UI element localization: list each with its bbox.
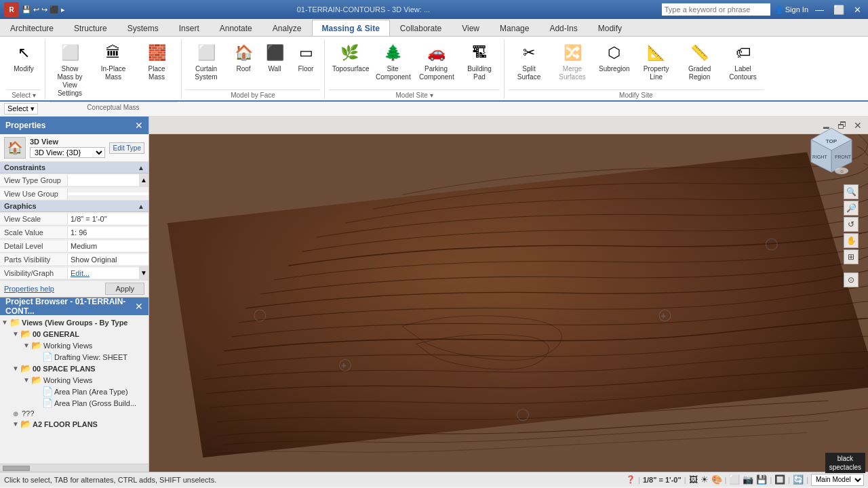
tab-systems[interactable]: Systems (117, 20, 169, 36)
tab-addins[interactable]: Add-Ins (539, 20, 587, 36)
tree-item[interactable]: ▼📂Working Views (0, 374, 149, 386)
graphics-label: Graphics (4, 202, 37, 210)
sign-in-button[interactable]: 👤 Sign In (774, 5, 808, 14)
svg-text:+: + (661, 312, 665, 320)
tab-annotate[interactable]: Annotate (210, 20, 262, 36)
tab-manage[interactable]: Manage (490, 20, 539, 36)
minimize-button[interactable]: — (812, 5, 827, 15)
edit-type-button[interactable]: Edit Type (109, 142, 144, 154)
constraints-section-header[interactable]: Constraints ▲ (0, 162, 149, 174)
save-button[interactable]: 💾 (22, 5, 31, 14)
tree-toggle[interactable]: ▼ (11, 420, 20, 428)
subregion-button[interactable]: ⬡ Subregion (595, 39, 633, 76)
site-component-button[interactable]: 🌲 Site Component (372, 39, 413, 84)
toposurface-button[interactable]: 🌿 Toposurface (329, 39, 370, 76)
sun-settings-icon[interactable]: ☀ (701, 474, 709, 485)
tree-toggle[interactable]: ▼ (0, 319, 9, 326)
tree-item[interactable]: 📄Area Plan (Area Type) (0, 386, 149, 397)
model-selection-icon[interactable]: 🔲 (774, 474, 785, 485)
building-pad-button[interactable]: 🏗 Building Pad (459, 39, 500, 84)
properties-help-link[interactable]: Properties help (4, 285, 54, 293)
tab-massing[interactable]: Massing & Site (312, 20, 390, 36)
roof-button[interactable]: 🏠 Roof (229, 39, 258, 76)
tab-analyze[interactable]: Analyze (262, 20, 312, 36)
prop-type-icon: 🏠 (4, 137, 26, 159)
curtain-system-button[interactable]: ⬜ Curtain System (186, 39, 226, 84)
browser-header: Project Browser - 01-TERRAIN-CONT... ✕ (0, 298, 149, 315)
subregion-label: Subregion (599, 65, 630, 73)
maximize-button[interactable]: ⬜ (831, 5, 847, 15)
browser-scrollbar-h[interactable] (0, 464, 149, 472)
nav-wheel-button[interactable]: ⊙ (844, 272, 859, 287)
modify-button[interactable]: ↖ Modify (7, 39, 41, 76)
zoom-out-button[interactable]: 🔎 (844, 201, 859, 216)
zoom-in-button[interactable]: 🔍 (844, 184, 859, 199)
tree-item[interactable]: 📄Area Plan (Gross Build... (0, 397, 149, 409)
search-input[interactable] (662, 3, 770, 16)
view-cube[interactable]: TOP FRONT RIGHT ⊙ (804, 125, 859, 179)
element-sync-icon[interactable]: 🔄 (793, 474, 804, 485)
nav-bar: 🔍 🔎 ↺ ✋ ⊞ ⊙ (844, 184, 859, 287)
visibility-graph-scroll[interactable]: ▼ (139, 266, 149, 279)
property-line-icon: 📐 (646, 42, 667, 64)
view-type-group-scroll[interactable]: ▲ (139, 174, 149, 186)
tree-item[interactable]: ⊕??? (0, 409, 149, 418)
main-model-dropdown[interactable]: Main Model (811, 474, 864, 486)
floor-button[interactable]: ▭ Floor (292, 39, 320, 76)
view-type-group-input[interactable] (68, 175, 139, 186)
close-window-button[interactable]: ✕ (851, 5, 864, 15)
graded-region-button[interactable]: 📏 Graded Region (679, 39, 720, 84)
place-mass-button[interactable]: 🧱 Place Mass (136, 39, 177, 84)
browser-content[interactable]: ▼📁Views (View Groups - By Type▼📂00 GENER… (0, 315, 149, 464)
viewport[interactable]: 🗕 🗗 ✕ (149, 117, 868, 472)
tree-toggle[interactable]: ▼ (11, 330, 20, 338)
property-line-button[interactable]: 📐 Property Line (636, 39, 677, 84)
title-bar-right: 👤 Sign In — ⬜ ✕ (662, 3, 864, 16)
wall-button[interactable]: ⬛ Wall (260, 39, 289, 76)
tree-item[interactable]: ▼📂00 GENERAL (0, 328, 149, 340)
tree-item[interactable]: ▼📂Working Views (0, 340, 149, 351)
revit-logo[interactable]: R (4, 2, 19, 17)
render-mode-icon[interactable]: 🎨 (711, 474, 722, 485)
tree-icon: 📄 (42, 398, 53, 408)
graphics-section-header[interactable]: Graphics ▲ (0, 201, 149, 212)
label-contours-button[interactable]: 🏷 Label Contours (723, 39, 764, 84)
inplace-mass-button[interactable]: 🏛 In-Place Mass (93, 39, 134, 84)
tree-toggle[interactable]: ▼ (11, 365, 20, 372)
show-mass-button[interactable]: ⬜ Show Mass by View Settings (50, 39, 90, 100)
parking-component-button[interactable]: 🚗 Parking Component (416, 39, 456, 84)
properties-header: Properties ✕ (0, 117, 149, 134)
tree-toggle[interactable]: ▼ (22, 342, 31, 349)
tree-item[interactable]: 📄Drafting View: SHEET (0, 351, 149, 363)
visibility-graph-value[interactable]: Edit... (68, 268, 139, 279)
redo-button[interactable]: ↪ (41, 5, 47, 14)
section-box-icon[interactable]: ⬜ (729, 474, 740, 485)
tab-collaborate[interactable]: Collaborate (390, 20, 452, 36)
apply-button[interactable]: Apply (105, 283, 144, 295)
zoom-extents-button[interactable]: ⊞ (844, 249, 859, 264)
tree-toggle[interactable]: ▼ (22, 376, 31, 384)
tree-item[interactable]: ▼📂A2 FLOOR PLANS (0, 418, 149, 430)
main-area: Properties ✕ 🏠 3D View 3D View: {3D} Edi… (0, 117, 868, 472)
tree-item[interactable]: ▼📂00 SPACE PLANS (0, 363, 149, 374)
browser-close-button[interactable]: ✕ (135, 301, 143, 312)
pan-button[interactable]: ✋ (844, 233, 859, 248)
display-options-icon[interactable]: 🖼 (689, 474, 698, 485)
tree-item[interactable]: ▼📁Views (View Groups - By Type (0, 317, 149, 328)
print-button[interactable]: ⬛ (50, 5, 59, 14)
prop-type-dropdown[interactable]: 3D View: {3D} (30, 147, 105, 158)
tab-architecture[interactable]: Architecture (0, 20, 64, 36)
tab-view[interactable]: View (452, 20, 490, 36)
tree-toggle[interactable]: ⊕ (11, 410, 20, 418)
undo-button[interactable]: ↩ (33, 5, 39, 14)
camera-icon[interactable]: 📷 (743, 474, 753, 485)
tab-modify[interactable]: Modify (588, 20, 632, 36)
tab-insert[interactable]: Insert (169, 20, 210, 36)
merge-surfaces-button[interactable]: 🔀 Merge Surfaces (552, 39, 593, 84)
orbit-button[interactable]: ↺ (844, 217, 859, 232)
split-surface-button[interactable]: ✂ Split Surface (509, 39, 549, 84)
tab-structure[interactable]: Structure (64, 20, 117, 36)
save-orientation-icon[interactable]: 💾 (756, 474, 767, 485)
select-dropdown[interactable]: Select ▾ (4, 103, 38, 115)
properties-close-button[interactable]: ✕ (135, 120, 143, 131)
